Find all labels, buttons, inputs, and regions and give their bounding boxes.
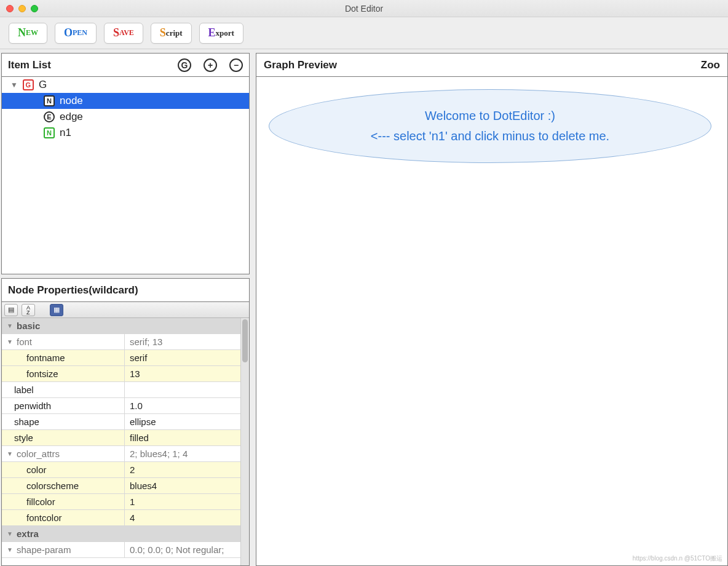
tree-item-edge[interactable]: Eedge bbox=[2, 109, 249, 125]
property-key: shape bbox=[14, 417, 39, 427]
export-button-initial: E bbox=[208, 26, 216, 39]
property-row-fontcolor[interactable]: fontcolor4 bbox=[2, 510, 249, 526]
tree-item-label: node bbox=[60, 95, 83, 107]
property-key: color_attrs bbox=[17, 448, 60, 459]
preview-title: Graph Preview bbox=[264, 59, 337, 71]
alpha-sort-button[interactable]: AZ bbox=[22, 304, 35, 316]
export-button[interactable]: Export bbox=[199, 23, 243, 44]
graph-badge-icon: G bbox=[23, 79, 34, 90]
property-value[interactable]: 1.0 bbox=[125, 398, 249, 413]
remove-item-button[interactable]: − bbox=[229, 58, 243, 72]
property-row-fontsize[interactable]: fontsize13 bbox=[2, 366, 249, 382]
tree-item-G[interactable]: ▼GG bbox=[2, 77, 249, 93]
property-key: fontcolor bbox=[26, 512, 62, 523]
disclosure-triangle-icon[interactable]: ▼ bbox=[7, 338, 13, 345]
new-button-initial: N bbox=[18, 26, 26, 39]
save-button[interactable]: SAVE bbox=[104, 23, 143, 44]
property-value[interactable]: 2 bbox=[125, 462, 249, 477]
preview-panel: Graph Preview Zoo Welcome to DotEditor :… bbox=[256, 53, 728, 566]
property-value[interactable]: 13 bbox=[125, 366, 249, 381]
preview-header: Graph Preview Zoo bbox=[256, 54, 727, 77]
category-view-button[interactable]: ▤ bbox=[4, 304, 18, 316]
property-row-extra[interactable]: ▼extra bbox=[2, 526, 249, 542]
save-button-rest: AVE bbox=[119, 28, 134, 38]
script-button-rest: cript bbox=[166, 28, 183, 38]
property-value[interactable]: blues4 bbox=[125, 478, 249, 493]
property-key: label bbox=[14, 385, 34, 395]
property-key: font bbox=[17, 337, 32, 347]
property-value[interactable]: serif bbox=[125, 350, 249, 365]
property-key: shape-param bbox=[17, 544, 71, 555]
item-list-panel: Item List G + − ▼GGNnodeEedgeNn1 bbox=[1, 53, 250, 274]
export-button-rest: xport bbox=[216, 28, 234, 38]
tree-item-node[interactable]: Nnode bbox=[2, 93, 249, 109]
welcome-line-1: Welcome to DotEditor :) bbox=[425, 109, 555, 123]
properties-toolbar: ▤ AZ ▦ bbox=[2, 302, 249, 318]
property-row-font[interactable]: ▼fontserif; 13 bbox=[2, 334, 249, 350]
property-value[interactable] bbox=[125, 382, 249, 397]
property-value[interactable]: 0.0; 0.0; 0; Not regular; bbox=[125, 542, 249, 557]
titlebar: Dot Editor bbox=[0, 0, 728, 17]
script-button[interactable]: Script bbox=[151, 23, 192, 44]
watermark: https://blog.csdn.n @51CTO搬运 bbox=[633, 554, 722, 563]
property-row-label[interactable]: label bbox=[2, 382, 249, 398]
property-row-fontname[interactable]: fontnameserif bbox=[2, 350, 249, 366]
welcome-bubble: Welcome to DotEditor :) <--- select 'n1'… bbox=[269, 89, 711, 163]
property-key: basic bbox=[17, 321, 40, 331]
properties-grid[interactable]: ▼basic▼fontserif; 13fontnameseriffontsiz… bbox=[2, 318, 249, 565]
property-key: color bbox=[26, 464, 47, 475]
disclosure-triangle-icon[interactable]: ▼ bbox=[7, 530, 13, 537]
window-title: Dot Editor bbox=[0, 4, 728, 14]
new-button-rest: EW bbox=[26, 28, 38, 38]
disclosure-triangle-icon[interactable]: ▼ bbox=[7, 450, 13, 457]
disclosure-triangle-icon[interactable]: ▼ bbox=[7, 546, 13, 553]
property-key: colorscheme bbox=[26, 480, 79, 491]
welcome-line-2: <--- select 'n1' and click minus to dele… bbox=[371, 129, 609, 143]
new-button[interactable]: NEW bbox=[9, 23, 47, 44]
preview-canvas[interactable]: Welcome to DotEditor :) <--- select 'n1'… bbox=[256, 77, 727, 565]
toolbar: NEW OPEN SAVE Script Export bbox=[0, 17, 728, 49]
add-item-button[interactable]: + bbox=[204, 58, 217, 72]
property-row-fillcolor[interactable]: fillcolor1 bbox=[2, 494, 249, 510]
item-tree[interactable]: ▼GGNnodeEedgeNn1 bbox=[2, 77, 249, 141]
property-key: fillcolor bbox=[26, 496, 55, 507]
tree-item-n1[interactable]: Nn1 bbox=[2, 125, 249, 141]
property-row-color[interactable]: color2 bbox=[2, 462, 249, 478]
open-button[interactable]: OPEN bbox=[55, 23, 97, 44]
property-key: penwidth bbox=[14, 401, 51, 411]
tree-item-label: edge bbox=[60, 111, 83, 123]
tree-item-label: n1 bbox=[60, 127, 71, 139]
property-value[interactable]: 1 bbox=[125, 494, 249, 509]
property-value[interactable]: serif; 13 bbox=[125, 334, 249, 349]
properties-header: Node Properties(wildcard) bbox=[2, 279, 249, 302]
property-row-color_attrs[interactable]: ▼color_attrs2; blues4; 1; 4 bbox=[2, 446, 249, 462]
property-row-penwidth[interactable]: penwidth1.0 bbox=[2, 398, 249, 414]
property-row-shape-param[interactable]: ▼shape-param0.0; 0.0; 0; Not regular; bbox=[2, 542, 249, 558]
property-value[interactable]: ellipse bbox=[125, 414, 249, 429]
node-badge-icon: N bbox=[44, 95, 55, 106]
script-button-initial: S bbox=[160, 26, 166, 39]
tree-item-label: G bbox=[39, 79, 47, 91]
property-value[interactable]: filled bbox=[125, 430, 249, 445]
property-row-shape[interactable]: shapeellipse bbox=[2, 414, 249, 430]
zoom-label: Zoo bbox=[701, 59, 720, 71]
save-button-initial: S bbox=[113, 26, 119, 39]
grid-view-button[interactable]: ▦ bbox=[50, 304, 63, 316]
item-list-header: Item List G + − bbox=[2, 54, 249, 77]
property-row-basic[interactable]: ▼basic bbox=[2, 318, 249, 334]
item-list-title: Item List bbox=[8, 59, 51, 71]
property-key: extra bbox=[17, 528, 39, 539]
property-value[interactable]: 4 bbox=[125, 510, 249, 525]
open-button-rest: PEN bbox=[73, 28, 87, 38]
property-value[interactable]: 2; blues4; 1; 4 bbox=[125, 446, 249, 461]
disclosure-triangle-icon[interactable]: ▼ bbox=[7, 322, 13, 329]
properties-scroll-thumb[interactable] bbox=[242, 319, 248, 362]
properties-panel: Node Properties(wildcard) ▤ AZ ▦ ▼basic▼… bbox=[1, 278, 250, 566]
property-row-style[interactable]: stylefilled bbox=[2, 430, 249, 446]
properties-scrollbar[interactable] bbox=[240, 318, 249, 565]
node-badge-icon: N bbox=[44, 127, 55, 138]
property-key: fontname bbox=[26, 353, 65, 363]
graph-filter-button[interactable]: G bbox=[178, 58, 191, 72]
disclosure-triangle-icon[interactable]: ▼ bbox=[10, 81, 18, 89]
property-row-colorscheme[interactable]: colorschemeblues4 bbox=[2, 478, 249, 494]
